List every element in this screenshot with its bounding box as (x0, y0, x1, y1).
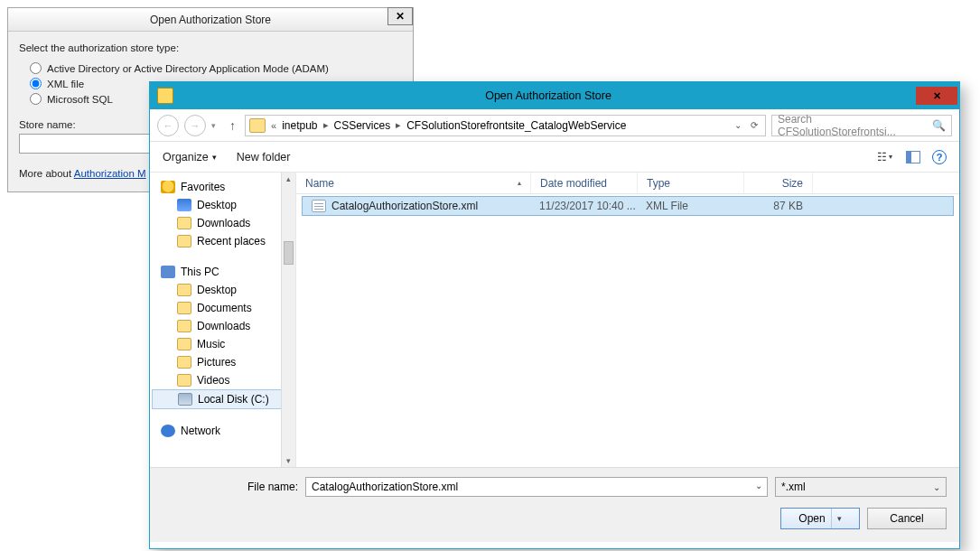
tree-item-pictures[interactable]: Pictures (150, 353, 295, 371)
more-about-prefix: More about (19, 168, 74, 179)
radio-adam-input[interactable] (30, 62, 42, 74)
tree-item-videos[interactable]: Videos (150, 371, 295, 389)
tree-label: Downloads (197, 217, 250, 229)
nav-back-button[interactable]: ← (157, 115, 179, 136)
more-about-link[interactable]: Authorization M (74, 168, 146, 179)
col-header-date[interactable]: Date modified (531, 173, 638, 193)
nav-bar: ← → ▾ ↑ « inetpub ▸ CSServices ▸ CFSolut… (150, 109, 959, 142)
auth-dialog-titlebar: Open Authorization Store ✕ (8, 8, 413, 32)
radio-xml-input[interactable] (30, 78, 42, 89)
tree-item-local-disk-c[interactable]: Local Disk (C:) (152, 389, 294, 409)
tree-label: Local Disk (C:) (198, 393, 269, 406)
file-type-filter[interactable]: *.xml ⌄ (775, 477, 947, 497)
tree-network[interactable]: Network (150, 422, 295, 440)
nav-history-caret[interactable]: ▾ (211, 121, 220, 130)
tree-item-desktop-2[interactable]: Desktop (150, 281, 295, 299)
search-icon: 🔍 (932, 119, 946, 132)
tree-label: Videos (197, 374, 229, 387)
radio-mssql-label: Microsoft SQL (47, 94, 113, 105)
open-button[interactable]: Open ▾ (780, 508, 860, 529)
new-folder-button[interactable]: New folder (237, 151, 291, 163)
file-dialog-close-button[interactable]: ✕ (916, 87, 957, 105)
radio-adam[interactable]: Active Directory or Active Directory App… (30, 62, 402, 74)
breadcrumb[interactable]: « inetpub ▸ CSServices ▸ CFSolutionStore… (245, 115, 766, 136)
open-split-caret[interactable]: ▾ (831, 509, 842, 528)
app-icon (157, 88, 173, 104)
tree-item-downloads[interactable]: Downloads (150, 214, 295, 232)
scroll-up-icon[interactable]: ▴ (286, 173, 291, 185)
view-options-button[interactable]: ☷ ▾ (874, 148, 894, 166)
organize-menu[interactable]: Organize ▾ (163, 151, 217, 163)
scroll-down-icon[interactable]: ▾ (286, 454, 291, 467)
tree-item-downloads-2[interactable]: Downloads (150, 317, 295, 335)
breadcrumb-item[interactable]: CSServices (331, 119, 395, 132)
pane-icon (906, 151, 920, 163)
col-label: Name (305, 177, 334, 190)
folder-icon (177, 320, 191, 332)
col-header-type[interactable]: Type (638, 173, 744, 193)
tree-item-desktop[interactable]: Desktop (150, 196, 295, 214)
radio-xml-label: XML file (47, 79, 84, 89)
pc-icon (161, 266, 175, 278)
file-name: CatalogAuthorizationStore.xml (331, 200, 478, 212)
col-header-size[interactable]: Size (744, 173, 813, 193)
file-open-dialog: Open Authorization Store ✕ ← → ▾ ↑ « ine… (149, 81, 960, 549)
network-icon (161, 425, 175, 437)
toolbar: Organize ▾ New folder ☷ ▾ ? (150, 142, 959, 173)
open-label: Open (798, 512, 825, 525)
chevron-down-icon: ⌄ (933, 482, 940, 492)
breadcrumb-prefix: « (269, 120, 278, 131)
tree-scrollbar[interactable]: ▴ ▾ (281, 173, 295, 467)
tree-label: Desktop (197, 199, 237, 211)
close-icon: ✕ (933, 90, 941, 102)
tree-label: This PC (181, 266, 219, 278)
folder-icon (177, 284, 191, 296)
tree-favorites[interactable]: Favorites (150, 178, 295, 196)
col-header-name[interactable]: Name▴ (296, 173, 531, 193)
preview-pane-button[interactable] (903, 148, 923, 166)
folder-icon (177, 217, 191, 229)
auth-dialog-close-button[interactable]: ✕ (387, 7, 413, 25)
tree-label: Documents (197, 302, 252, 314)
chevron-right-icon: ▸ (394, 119, 403, 131)
instruction-text: Select the authorization store type: (19, 42, 402, 53)
breadcrumb-dropdown-caret[interactable]: ⌄ (734, 120, 742, 130)
filename-input[interactable] (305, 477, 768, 497)
tree-label: Network (181, 425, 220, 437)
folder-icon (177, 338, 191, 350)
scroll-thumb[interactable] (284, 241, 294, 265)
file-type: XML File (637, 200, 743, 212)
close-icon: ✕ (396, 10, 405, 23)
radio-adam-label: Active Directory or Active Directory App… (47, 63, 329, 74)
folder-tree: Favorites Desktop Downloads Recent place… (150, 173, 296, 467)
tree-label: Favorites (181, 181, 225, 193)
nav-forward-button[interactable]: → (184, 115, 206, 136)
search-input[interactable]: Search CFSolutionStorefrontsi... 🔍 (771, 115, 952, 136)
xml-file-icon (312, 200, 326, 212)
file-date: 11/23/2017 10:40 ... (530, 200, 637, 212)
radio-mssql-input[interactable] (30, 93, 42, 105)
cancel-button[interactable]: Cancel (867, 508, 947, 529)
tree-item-documents[interactable]: Documents (150, 299, 295, 317)
file-dialog-title: Open Authorization Store (181, 89, 916, 102)
help-button[interactable]: ? (932, 150, 947, 164)
organize-label: Organize (163, 151, 209, 163)
chevron-right-icon: ▸ (322, 119, 331, 131)
breadcrumb-item[interactable]: CFSolutionStorefrontsite_CatalogWebServi… (403, 119, 630, 132)
list-header: Name▴ Date modified Type Size (296, 173, 959, 194)
tree-item-recent-places[interactable]: Recent places (150, 232, 295, 250)
chevron-down-icon: ▾ (212, 153, 217, 162)
nav-up-button[interactable]: ↑ (226, 118, 239, 133)
file-row[interactable]: CatalogAuthorizationStore.xml 11/23/2017… (302, 196, 954, 216)
breadcrumb-refresh-icon[interactable]: ⟳ (751, 120, 758, 130)
filename-label: File name: (163, 481, 298, 493)
filename-history-caret[interactable]: ⌄ (755, 481, 762, 490)
file-size: 87 KB (743, 200, 812, 212)
desktop-icon (177, 199, 191, 211)
tree-item-music[interactable]: Music (150, 335, 295, 353)
tree-label: Music (197, 338, 225, 350)
tree-this-pc[interactable]: This PC (150, 263, 295, 281)
star-icon (161, 181, 175, 193)
breadcrumb-item[interactable]: inetpub (278, 119, 321, 132)
folder-icon (177, 356, 191, 369)
